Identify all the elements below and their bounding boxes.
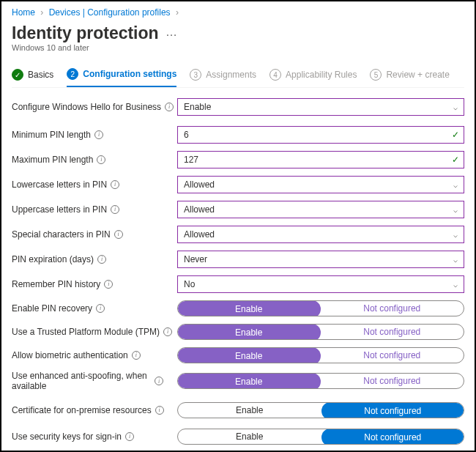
select-value: Allowed <box>184 204 215 215</box>
info-icon[interactable] <box>155 377 163 385</box>
breadcrumb-home[interactable]: Home <box>12 7 35 18</box>
label-remember: Remember PIN history <box>12 279 100 289</box>
select-value: Allowed <box>184 179 215 190</box>
select-special[interactable]: Allowed ⌵ <box>177 226 464 243</box>
page-subtitle: Windows 10 and later <box>12 43 464 52</box>
input-max-pin[interactable]: 127 ✓ <box>177 151 464 168</box>
label-expiration: PIN expiration (days) <box>12 254 94 264</box>
select-uppercase[interactable]: Allowed ⌵ <box>177 201 464 218</box>
label-max-pin: Maximum PIN length <box>12 155 93 165</box>
label-anti-spoof: Use enhanced anti-spoofing, when availab… <box>12 371 151 392</box>
toggle-biometric[interactable]: Enable Not configured <box>177 347 464 363</box>
toggle-option-not-configured[interactable]: Not configured <box>321 301 464 316</box>
toggle-option-not-configured[interactable]: Not configured <box>321 429 465 445</box>
toggle-option-enable[interactable]: Enable <box>177 347 321 363</box>
toggle-option-enable[interactable]: Enable <box>177 324 321 340</box>
label-cert: Certificate for on-premise resources <box>12 405 152 415</box>
label-uppercase: Uppercase letters in PIN <box>12 204 107 215</box>
toggle-option-enable[interactable]: Enable <box>178 429 321 444</box>
label-special: Special characters in PIN <box>12 229 111 240</box>
step-label: Review + create <box>386 70 449 80</box>
chevron-down-icon: ⌵ <box>453 231 458 239</box>
info-icon[interactable] <box>165 103 174 111</box>
more-actions-icon[interactable]: … <box>166 26 177 38</box>
chevron-right-icon: › <box>176 7 179 18</box>
input-min-pin[interactable]: 6 ✓ <box>177 126 464 144</box>
checkmark-icon: ✓ <box>452 130 459 140</box>
toggle-recovery[interactable]: Enable Not configured <box>177 300 464 316</box>
chevron-right-icon: › <box>40 7 43 18</box>
info-icon[interactable] <box>94 130 103 139</box>
label-security-keys: Use security keys for sign-in <box>12 431 122 442</box>
info-icon[interactable] <box>111 180 119 189</box>
chevron-down-icon: ⌵ <box>453 181 458 189</box>
step-label: Assignments <box>206 70 256 80</box>
toggle-tpm[interactable]: Enable Not configured <box>177 324 464 340</box>
toggle-option-enable[interactable]: Enable <box>177 373 321 389</box>
input-value: 127 <box>184 155 198 165</box>
label-min-pin: Minimum PIN length <box>12 130 91 140</box>
step-label: Basics <box>28 70 53 80</box>
step-applicability-rules[interactable]: 4 Applicability Rules <box>269 64 357 87</box>
toggle-cert[interactable]: Enable Not configured <box>177 402 464 418</box>
breadcrumb: Home › Devices | Configuration profiles … <box>12 7 464 18</box>
info-icon[interactable] <box>97 255 106 264</box>
select-lowercase[interactable]: Allowed ⌵ <box>177 176 464 193</box>
step-number-icon: 3 <box>190 69 201 81</box>
toggle-anti-spoof[interactable]: Enable Not configured <box>177 373 464 389</box>
step-configuration-settings[interactable]: 2 Configuration settings <box>67 64 176 87</box>
step-number-icon: 2 <box>67 68 78 80</box>
toggle-option-not-configured[interactable]: Not configured <box>321 402 465 418</box>
chevron-down-icon: ⌵ <box>453 281 458 289</box>
label-lowercase: Lowercase letters in PIN <box>12 179 107 190</box>
label-configure-hello: Configure Windows Hello for Business <box>12 102 161 112</box>
input-value: 6 <box>184 130 189 140</box>
breadcrumb-devices[interactable]: Devices | Configuration profiles <box>49 7 171 18</box>
label-tpm: Use a Trusted Platform Module (TPM) <box>12 327 160 337</box>
step-number-icon: 5 <box>370 69 382 81</box>
chevron-down-icon: ⌵ <box>453 103 458 111</box>
step-review-create[interactable]: 5 Review + create <box>370 64 449 87</box>
label-biometric: Allow biometric authentication <box>12 350 128 360</box>
step-number-icon: 4 <box>269 69 281 81</box>
step-basics[interactable]: Basics <box>12 64 53 87</box>
toggle-option-not-configured[interactable]: Not configured <box>321 325 464 339</box>
wizard-steps: Basics 2 Configuration settings 3 Assign… <box>12 64 464 88</box>
toggle-option-enable[interactable]: Enable <box>177 300 321 316</box>
chevron-down-icon: ⌵ <box>453 206 458 214</box>
info-icon[interactable] <box>97 155 105 164</box>
toggle-option-not-configured[interactable]: Not configured <box>321 374 464 388</box>
select-expiration[interactable]: Never ⌵ <box>177 251 464 268</box>
configuration-form: Configure Windows Hello for Business Ena… <box>12 98 464 445</box>
toggle-security-keys[interactable]: Enable Not configured <box>177 429 464 445</box>
info-icon[interactable] <box>132 351 141 360</box>
toggle-option-not-configured[interactable]: Not configured <box>321 348 464 363</box>
select-remember[interactable]: No ⌵ <box>177 275 464 293</box>
chevron-down-icon: ⌵ <box>453 256 458 264</box>
select-value: Enable <box>184 102 211 112</box>
info-icon[interactable] <box>163 327 172 336</box>
step-assignments[interactable]: 3 Assignments <box>190 64 256 87</box>
toggle-option-enable[interactable]: Enable <box>178 403 321 418</box>
label-recovery: Enable PIN recovery <box>12 303 92 314</box>
page-title: Identity protection <box>12 23 159 43</box>
checkmark-icon: ✓ <box>452 155 459 165</box>
step-label: Configuration settings <box>83 69 176 79</box>
info-icon[interactable] <box>114 230 123 239</box>
select-value: Allowed <box>184 229 215 240</box>
info-icon[interactable] <box>125 432 134 441</box>
info-icon[interactable] <box>155 406 164 415</box>
check-circle-icon <box>12 69 23 81</box>
step-label: Applicability Rules <box>286 70 357 80</box>
info-icon[interactable] <box>111 205 119 214</box>
select-configure-hello[interactable]: Enable ⌵ <box>177 98 464 116</box>
info-icon[interactable] <box>96 304 105 313</box>
select-value: No <box>184 279 195 289</box>
select-value: Never <box>184 254 207 264</box>
info-icon[interactable] <box>104 280 113 289</box>
